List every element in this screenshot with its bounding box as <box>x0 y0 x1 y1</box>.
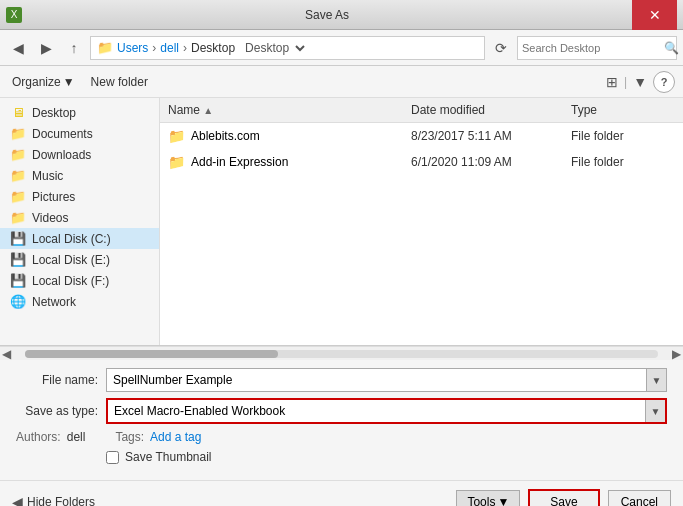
saveastype-label: Save as type: <box>16 404 106 418</box>
hide-folders-icon: ◀ <box>12 494 23 507</box>
address-bar: ◀ ▶ ↑ 📁 Users › dell › Desktop Desktop ⟳… <box>0 30 683 66</box>
path-part-3: Desktop <box>191 41 235 55</box>
filename-label: File name: <box>16 373 106 387</box>
thumbnail-row: Save Thumbnail <box>16 450 667 464</box>
refresh-button[interactable]: ⟳ <box>489 36 513 60</box>
tools-button[interactable]: Tools ▼ <box>456 490 520 507</box>
view-button[interactable]: ⊞ <box>604 72 620 92</box>
hide-folders-label: Hide Folders <box>27 495 95 507</box>
desktop-icon: 🖥 <box>10 105 26 120</box>
sidebar-item-videos[interactable]: 📁 Videos <box>0 207 159 228</box>
hscroll-thumb[interactable] <box>25 350 278 358</box>
close-button[interactable]: ✕ <box>632 0 677 30</box>
sidebar-label-music: Music <box>32 169 63 183</box>
toolbar: Organize ▼ New folder ⊞ | ▼ ? <box>0 66 683 98</box>
local-c-icon: 💾 <box>10 231 26 246</box>
title-bar-left: X <box>6 7 22 23</box>
sidebar-item-documents[interactable]: 📁 Documents <box>0 123 159 144</box>
sidebar: 🖥 Desktop 📁 Documents 📁 Downloads 📁 Musi… <box>0 98 160 345</box>
sort-arrow: ▲ <box>203 105 213 116</box>
file-cell-date-2: 6/1/2020 11:09 AM <box>403 153 563 171</box>
file-name-1: Ablebits.com <box>191 129 260 143</box>
filename-row: File name: ▼ <box>16 368 667 392</box>
view-dropdown-button[interactable]: ▼ <box>631 72 649 92</box>
videos-icon: 📁 <box>10 210 26 225</box>
forward-button[interactable]: ▶ <box>34 36 58 60</box>
sidebar-item-music[interactable]: 📁 Music <box>0 165 159 186</box>
toolbar-right: ⊞ | ▼ ? <box>604 71 675 93</box>
sidebar-item-pictures[interactable]: 📁 Pictures <box>0 186 159 207</box>
form-area: File name: ▼ Save as type: ▼ Authors: de… <box>0 360 683 480</box>
search-input[interactable] <box>522 42 660 54</box>
thumbnail-checkbox[interactable] <box>106 451 119 464</box>
table-row[interactable]: 📁 Add-in Expression 6/1/2020 11:09 AM Fi… <box>160 149 683 175</box>
col-name-label: Name <box>168 103 200 117</box>
sidebar-label-local-c: Local Disk (C:) <box>32 232 111 246</box>
sidebar-item-local-c[interactable]: 💾 Local Disk (C:) <box>0 228 159 249</box>
sidebar-item-desktop[interactable]: 🖥 Desktop <box>0 102 159 123</box>
save-button[interactable]: Save <box>528 489 599 507</box>
table-row[interactable]: 📁 Ablebits.com 8/23/2017 5:11 AM File fo… <box>160 123 683 149</box>
col-header-type[interactable]: Type <box>563 100 683 120</box>
main-content: 🖥 Desktop 📁 Documents 📁 Downloads 📁 Musi… <box>0 98 683 346</box>
col-type-label: Type <box>571 103 597 117</box>
file-cell-name-2: 📁 Add-in Expression <box>160 152 403 172</box>
hscroll-track[interactable] <box>25 350 658 358</box>
saveastype-field: ▼ <box>106 398 667 424</box>
organize-button[interactable]: Organize ▼ <box>8 73 79 91</box>
help-button[interactable]: ? <box>653 71 675 93</box>
sidebar-item-local-f[interactable]: 💾 Local Disk (F:) <box>0 270 159 291</box>
horizontal-scrollbar[interactable]: ◀ ▶ <box>0 346 683 360</box>
sidebar-item-local-e[interactable]: 💾 Local Disk (E:) <box>0 249 159 270</box>
sidebar-label-network: Network <box>32 295 76 309</box>
file-cell-name-1: 📁 Ablebits.com <box>160 126 403 146</box>
sidebar-item-network[interactable]: 🌐 Network <box>0 291 159 312</box>
saveastype-input[interactable] <box>108 400 645 422</box>
app-icon: X <box>6 7 22 23</box>
file-name-2: Add-in Expression <box>191 155 288 169</box>
hide-folders-button[interactable]: ◀ Hide Folders <box>12 494 95 507</box>
hscroll-right-btn[interactable]: ▶ <box>672 347 681 361</box>
add-tag-link[interactable]: Add a tag <box>150 430 201 444</box>
tags-label: Tags: <box>115 430 144 444</box>
up-button[interactable]: ↑ <box>62 36 86 60</box>
address-path[interactable]: 📁 Users › dell › Desktop Desktop <box>90 36 485 60</box>
pictures-icon: 📁 <box>10 189 26 204</box>
folder-icon-1: 📁 <box>168 128 185 144</box>
path-dropdown[interactable]: Desktop <box>239 40 308 56</box>
tools-label: Tools <box>467 495 495 507</box>
sidebar-label-pictures: Pictures <box>32 190 75 204</box>
authors-value: dell <box>67 430 86 444</box>
file-list-header: Name ▲ Date modified Type <box>160 98 683 123</box>
new-folder-button[interactable]: New folder <box>87 73 152 91</box>
thumbnail-label: Save Thumbnail <box>125 450 212 464</box>
sidebar-label-local-f: Local Disk (F:) <box>32 274 109 288</box>
filename-input[interactable] <box>106 368 647 392</box>
col-date-label: Date modified <box>411 103 485 117</box>
authors-group: Authors: dell <box>16 430 85 444</box>
hscroll-left-btn[interactable]: ◀ <box>2 347 11 361</box>
col-header-name[interactable]: Name ▲ <box>160 100 403 120</box>
cancel-button[interactable]: Cancel <box>608 490 671 507</box>
search-box: 🔍 <box>517 36 677 60</box>
path-sep-2: › <box>183 41 187 55</box>
saveastype-row: Save as type: ▼ <box>16 398 667 424</box>
sidebar-label-desktop: Desktop <box>32 106 76 120</box>
network-icon: 🌐 <box>10 294 26 309</box>
col-header-date[interactable]: Date modified <box>403 100 563 120</box>
back-button[interactable]: ◀ <box>6 36 30 60</box>
file-list: Name ▲ Date modified Type 📁 Ablebits.com… <box>160 98 683 345</box>
saveastype-dropdown[interactable]: ▼ <box>645 400 665 422</box>
file-cell-type-1: File folder <box>563 127 683 145</box>
downloads-icon: 📁 <box>10 147 26 162</box>
local-f-icon: 💾 <box>10 273 26 288</box>
title-bar: X Save As ✕ <box>0 0 683 30</box>
sidebar-label-downloads: Downloads <box>32 148 91 162</box>
meta-row: Authors: dell Tags: Add a tag <box>16 430 667 444</box>
filename-dropdown[interactable]: ▼ <box>647 368 667 392</box>
view-separator: | <box>624 75 627 89</box>
sidebar-item-downloads[interactable]: 📁 Downloads <box>0 144 159 165</box>
path-sep-1: › <box>152 41 156 55</box>
path-folder-icon: 📁 <box>97 40 113 55</box>
folder-icon-2: 📁 <box>168 154 185 170</box>
